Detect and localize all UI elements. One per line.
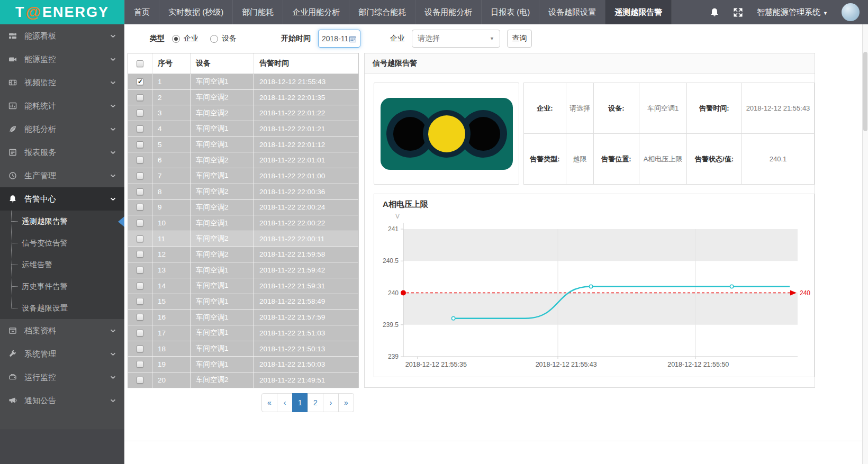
sidebar-item[interactable]: 报表服务: [0, 141, 124, 164]
row-checkbox[interactable]: [137, 125, 143, 132]
top-nav-item[interactable]: 设备用能分析: [415, 0, 481, 24]
page-button[interactable]: ›: [323, 393, 339, 412]
table-row[interactable]: 4车间空调12018-11-22 22:01:21: [128, 121, 358, 137]
chevron-down-icon: [110, 174, 116, 178]
table-row[interactable]: 13车间空调12018-11-22 21:59:42: [128, 262, 358, 278]
start-time-input[interactable]: [318, 30, 360, 48]
row-checkbox[interactable]: [137, 141, 143, 148]
top-nav-item[interactable]: 设备越限设置: [539, 0, 605, 24]
table-row[interactable]: 14车间空调12018-11-22 21:59:31: [128, 278, 358, 294]
table-row[interactable]: 6车间空调22018-11-22 22:01:01: [128, 152, 358, 168]
top-nav-item[interactable]: 首页: [124, 0, 159, 24]
sidebar-subitem[interactable]: 历史事件告警: [0, 276, 124, 297]
sidebar-subitem[interactable]: 遥测越限告警: [0, 211, 124, 232]
page-button[interactable]: ‹: [277, 393, 293, 412]
row-checkbox[interactable]: [137, 361, 143, 368]
row-checkbox[interactable]: [137, 235, 143, 242]
table-row[interactable]: 17车间空调12018-11-22 21:51:03: [128, 325, 358, 341]
row-time: 2018-11-22 22:01:21: [254, 121, 358, 137]
table-row[interactable]: 2车间空调22018-11-22 22:01:35: [128, 90, 358, 106]
top-nav-item[interactable]: 企业用能分析: [283, 0, 349, 24]
radio-enterprise-label: 企业: [184, 34, 198, 43]
row-seq: 13: [152, 262, 191, 278]
radio-enterprise[interactable]: [172, 35, 180, 43]
sidebar-item[interactable]: 系统管理: [0, 342, 124, 366]
row-checkbox[interactable]: [137, 220, 143, 226]
tree-connector: [11, 243, 18, 243]
fullscreen-icon[interactable]: [733, 7, 743, 17]
sidebar-subitem[interactable]: 运维告警: [0, 254, 124, 276]
row-checkbox[interactable]: [137, 157, 143, 163]
row-checkbox[interactable]: [137, 78, 143, 85]
row-checkbox[interactable]: [137, 251, 143, 258]
top-nav-item[interactable]: 日报表 (电): [481, 0, 539, 24]
row-checkbox[interactable]: [137, 204, 143, 211]
sidebar-item[interactable]: 生产管理: [0, 164, 124, 187]
row-checkbox[interactable]: [137, 267, 143, 274]
row-checkbox[interactable]: [137, 298, 143, 305]
row-checkbox[interactable]: [137, 110, 143, 116]
table-row[interactable]: 19车间空调12018-11-22 21:50:03: [128, 357, 358, 372]
sidebar-subitem[interactable]: 信号变位告警: [0, 232, 124, 254]
active-item-marker-icon: [118, 216, 124, 227]
sidebar-item[interactable]: 能耗统计: [0, 94, 124, 117]
table-row[interactable]: 8车间空调22018-11-22 22:00:36: [128, 184, 358, 200]
row-checkbox[interactable]: [137, 188, 143, 195]
table-row[interactable]: 9车间空调22018-11-22 22:00:24: [128, 200, 358, 216]
table-row[interactable]: 16车间空调12018-11-22 21:57:59: [128, 310, 358, 325]
search-button[interactable]: 查询: [507, 30, 532, 48]
sidebar-item[interactable]: 视频监控: [0, 71, 124, 94]
row-checkbox[interactable]: [137, 172, 143, 179]
avatar[interactable]: [842, 3, 860, 21]
row-checkbox[interactable]: [137, 345, 143, 352]
table-row[interactable]: 20车间空调22018-11-22 21:49:51: [128, 372, 358, 388]
page-button[interactable]: 1: [292, 393, 308, 412]
bell-icon[interactable]: [710, 7, 719, 17]
table-row[interactable]: 15车间空调12018-11-22 21:58:49: [128, 294, 358, 310]
page-button[interactable]: «: [261, 393, 277, 412]
radio-device[interactable]: [210, 35, 218, 43]
page-scrollbar[interactable]: [862, 24, 868, 464]
calendar-icon[interactable]: [349, 35, 356, 42]
row-checkbox[interactable]: [137, 94, 143, 101]
row-checkbox[interactable]: [137, 330, 143, 336]
top-nav-item[interactable]: 遥测越限告警: [605, 0, 672, 24]
sidebar-subitem[interactable]: 设备越限设置: [0, 297, 124, 319]
sidebar-item-label: 能耗分析: [24, 124, 56, 134]
row-time: 2018-12-12 21:55:43: [254, 74, 358, 90]
sidebar-item[interactable]: 能源看板: [0, 24, 124, 48]
scrollbar-thumb[interactable]: [863, 52, 867, 131]
table-row[interactable]: 5车间空调12018-11-22 22:01:12: [128, 137, 358, 153]
sidebar-item[interactable]: 告警中心: [0, 187, 124, 211]
sidebar-item[interactable]: 能耗分析: [0, 117, 124, 141]
sidebar-item[interactable]: 运行监控: [0, 366, 124, 389]
row-checkbox[interactable]: [137, 283, 143, 289]
table-row[interactable]: 12车间空调22018-11-22 21:59:58: [128, 247, 358, 263]
page-button[interactable]: 2: [308, 393, 323, 412]
top-nav-item[interactable]: 实时数据 (秒级): [159, 0, 232, 24]
row-seq: 18: [152, 341, 191, 357]
sidebar-item[interactable]: 能源监控: [0, 48, 124, 71]
bell-icon: [8, 195, 19, 203]
enterprise-select[interactable]: 请选择 ▼: [412, 30, 500, 48]
row-checkbox[interactable]: [137, 377, 143, 384]
table-row[interactable]: 7车间空调12018-11-22 22:01:00: [128, 168, 358, 184]
top-nav-item[interactable]: 部门综合能耗: [349, 0, 415, 24]
sidebar-item[interactable]: 档案资料: [0, 319, 124, 342]
system-dropdown[interactable]: 智慧能源管理系统▼: [757, 7, 828, 17]
col-seq: 序号: [152, 53, 191, 74]
start-time-value[interactable]: [322, 34, 349, 43]
sidebar-item[interactable]: 通知公告: [0, 389, 124, 412]
table-row[interactable]: 10车间空调12018-11-22 22:00:22: [128, 215, 358, 231]
sidebar: 能源看板能源监控视频监控能耗统计能耗分析报表服务生产管理告警中心遥测越限告警信号…: [0, 24, 124, 464]
table-row[interactable]: 1车间空调12018-12-12 21:55:43: [128, 74, 358, 90]
top-nav-item[interactable]: 部门能耗: [232, 0, 283, 24]
row-time: 2018-11-22 22:00:24: [254, 200, 358, 216]
row-checkbox[interactable]: [137, 314, 143, 321]
page-button[interactable]: »: [338, 393, 354, 412]
table-row[interactable]: 3车间空调22018-11-22 22:01:22: [128, 105, 358, 121]
svg-text:240: 240: [800, 289, 810, 297]
table-row[interactable]: 18车间空调12018-11-22 21:50:13: [128, 341, 358, 357]
table-row[interactable]: 11车间空调22018-11-22 22:00:11: [128, 231, 358, 247]
select-all-checkbox[interactable]: [137, 60, 143, 67]
